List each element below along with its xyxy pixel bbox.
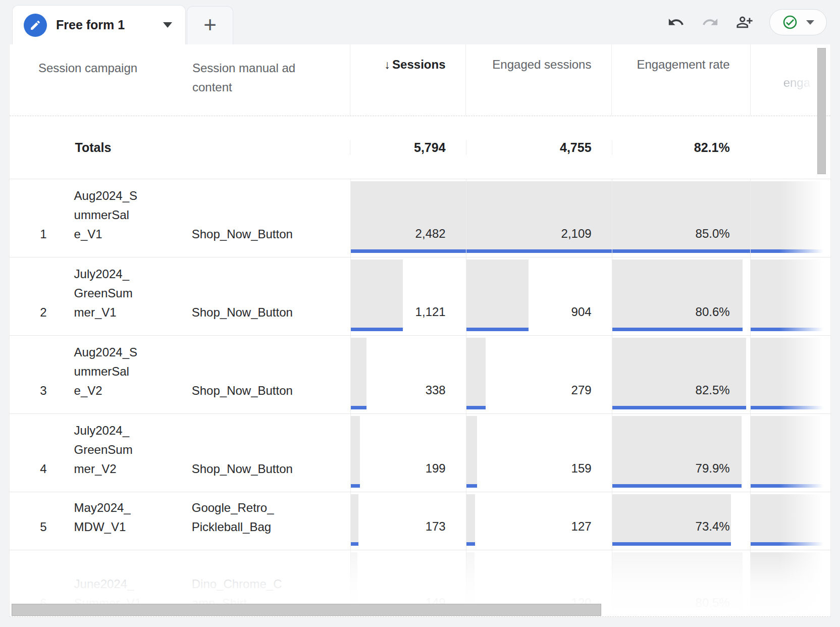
sessions-value: 173 (426, 519, 446, 534)
engaged-bar-accent (466, 249, 612, 253)
partial-metric-cell[interactable] (750, 179, 830, 257)
session-campaign-cell[interactable]: July2024_ GreenSum mer_V2 (66, 414, 184, 492)
sessions-bar (351, 259, 403, 328)
session-campaign-cell[interactable]: May2024_ MDW_V1 (66, 492, 184, 550)
engagement-rate-value: 80.5% (696, 596, 730, 610)
partial-metric-cell[interactable] (750, 550, 830, 617)
sessions-bar (351, 416, 360, 484)
engagement-rate-cell[interactable]: 80.5% (612, 550, 750, 617)
partial-metric-cell[interactable] (750, 414, 830, 492)
ad-content-cell[interactable]: Google_Retro_ Pickleball_Bag (184, 492, 350, 550)
ad-content-value: Shop_Now_Button (192, 459, 343, 479)
header-session-manual-ad-content[interactable]: Session manual ad content (192, 59, 319, 97)
engagement-rate-value: 73.4% (696, 519, 730, 534)
freeform-table: Session campaign Session manual ad conte… (9, 44, 831, 617)
sessions-value: 338 (426, 383, 446, 397)
row-number: 2 (40, 303, 46, 322)
engaged-bar-accent (466, 328, 529, 331)
person-add-icon[interactable] (735, 13, 754, 32)
engaged-bar-accent (466, 484, 478, 488)
check-circle-icon (782, 14, 798, 30)
apply-button[interactable] (769, 9, 827, 35)
engaged-sessions-cell[interactable]: 159 (466, 414, 612, 492)
session-campaign-cell[interactable]: Aug2024_S ummerSal e_V2 (66, 336, 184, 413)
engaged-sessions-cell[interactable]: 279 (466, 336, 612, 413)
ad-content-cell[interactable]: Shop_Now_Button (184, 257, 350, 335)
vertical-scrollbar[interactable] (817, 48, 826, 174)
table-row-4[interactable]: 4 July2024_ GreenSum mer_V2 Shop_Now_But… (10, 414, 830, 492)
engaged-bar (466, 494, 475, 542)
sessions-bar-accent (351, 484, 360, 488)
sessions-bar-accent (351, 406, 366, 409)
tab-free-form-1[interactable]: Free form 1 (12, 5, 186, 44)
apply-caret-down-icon[interactable] (806, 20, 814, 25)
tab-bar: Free form 1 + (0, 0, 840, 44)
partial-metric-cell[interactable] (750, 492, 830, 550)
row-number: 5 (40, 517, 46, 537)
table-row-5[interactable]: 5 May2024_ MDW_V1 Google_Retro_ Pickleba… (10, 492, 830, 550)
totals-engagement-rate: 82.1% (612, 140, 750, 155)
engaged-sessions-cell[interactable]: 2,109 (466, 179, 612, 257)
session-campaign-value: Aug2024_S ummerSal e_V1 (74, 186, 180, 244)
horizontal-scrollbar[interactable] (12, 604, 601, 616)
partial-bar (751, 181, 826, 249)
session-campaign-cell[interactable]: July2024_ GreenSum mer_V1 (66, 257, 184, 335)
sessions-bar-accent (351, 328, 403, 331)
ad-content-value: Google_Retro_ Pickleball_Bag (192, 498, 343, 537)
sessions-cell[interactable]: 338 (350, 336, 466, 413)
ad-content-cell[interactable]: Shop_Now_Button (184, 336, 350, 413)
table-row-2[interactable]: 2 July2024_ GreenSum mer_V1 Shop_Now_But… (10, 257, 830, 336)
table-header-row: Session campaign Session manual ad conte… (10, 44, 830, 116)
partial-metric-cell[interactable] (750, 336, 830, 413)
partial-metric-cell[interactable] (750, 257, 830, 335)
sessions-cell[interactable]: 199 (350, 414, 466, 492)
tab-title: Free form 1 (56, 18, 154, 32)
engagement-rate-cell[interactable]: 80.6% (612, 257, 750, 335)
sessions-bar-accent (351, 249, 466, 253)
engagement-rate-cell[interactable]: 73.4% (612, 492, 750, 550)
row-number: 3 (40, 381, 46, 400)
partial-bar-accent (751, 406, 826, 409)
sessions-cell[interactable]: 2,482 (350, 179, 466, 257)
header-row-number-spacer (10, 44, 66, 116)
toolbar (666, 7, 827, 37)
tab-caret-down-icon[interactable] (163, 22, 172, 28)
partial-bar-accent (751, 484, 826, 488)
ad-content-value: Shop_Now_Button (192, 225, 343, 244)
row-number-cell: 4 (10, 414, 66, 492)
ad-content-cell[interactable]: Shop_Now_Button (184, 179, 350, 257)
rate-bar-accent (612, 249, 750, 253)
undo-icon[interactable] (666, 13, 686, 32)
header-engaged-sessions[interactable]: Engaged sessions (465, 44, 611, 116)
header-session-campaign[interactable]: Session campaign (38, 59, 137, 78)
row-number: 4 (40, 459, 46, 479)
partial-bar-accent (751, 249, 826, 253)
sessions-cell[interactable]: 1,121 (350, 257, 466, 335)
engaged-sessions-cell[interactable]: 904 (466, 257, 612, 335)
row-number: 1 (40, 225, 46, 244)
sessions-bar (351, 494, 359, 542)
engagement-rate-cell[interactable]: 79.9% (612, 414, 750, 492)
session-campaign-cell[interactable]: Aug2024_S ummerSal e_V1 (66, 179, 184, 257)
header-sessions[interactable]: ↓Sessions (350, 44, 465, 116)
row-number-cell: 3 (10, 336, 66, 413)
totals-sessions: 5,794 (350, 140, 465, 155)
sessions-cell[interactable]: 173 (350, 492, 466, 550)
engagement-rate-value: 85.0% (696, 227, 730, 241)
engagement-rate-cell[interactable]: 85.0% (612, 179, 750, 257)
session-campaign-value: Aug2024_S ummerSal e_V2 (74, 343, 180, 400)
ad-content-value: Shop_Now_Button (192, 381, 343, 400)
engaged-sessions-cell[interactable]: 127 (466, 492, 612, 550)
partial-bar-accent (751, 328, 826, 331)
engaged-bar (466, 416, 478, 484)
header-engagement-rate[interactable]: Engagement rate (611, 44, 750, 116)
table-row-3[interactable]: 3 Aug2024_S ummerSal e_V2 Shop_Now_Butto… (10, 336, 830, 414)
ad-content-cell[interactable]: Shop_Now_Button (184, 414, 350, 492)
rate-bar-accent (612, 406, 746, 409)
redo-icon[interactable] (701, 13, 720, 32)
engagement-rate-cell[interactable]: 82.5% (612, 336, 750, 413)
table-row-1[interactable]: 1 Aug2024_S ummerSal e_V1 Shop_Now_Butto… (10, 179, 830, 257)
engagement-rate-value: 79.9% (696, 461, 730, 476)
add-tab-button[interactable]: + (187, 6, 233, 44)
engagement-rate-value: 82.5% (696, 383, 730, 397)
